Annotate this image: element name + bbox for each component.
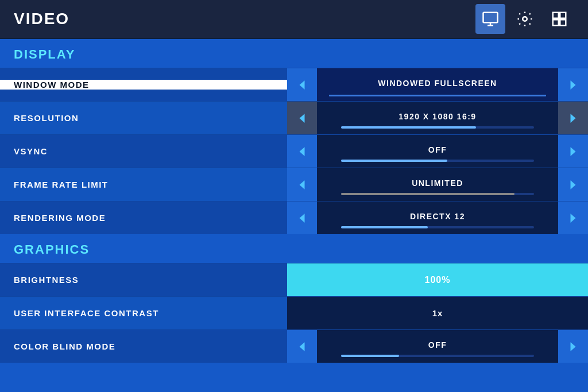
svg-marker-18 <box>300 342 305 351</box>
window-mode-value-text: WINDOWED FULLSCREEN <box>378 79 497 88</box>
color-blind-mode-row: COLOR BLIND MODE OFF <box>0 329 588 363</box>
left-arrow-icon <box>297 80 307 90</box>
ui-contrast-control: 1x <box>287 297 588 329</box>
rendering-mode-bar <box>341 226 534 228</box>
resolution-prev[interactable] <box>287 102 317 134</box>
vsync-bar-fill <box>341 160 447 162</box>
vsync-label: VSYNC <box>0 146 287 156</box>
vsync-value-display: OFF <box>317 135 558 168</box>
frame-rate-prev[interactable] <box>287 168 317 201</box>
svg-rect-5 <box>560 13 566 18</box>
rendering-mode-selector: DIRECTX 12 <box>287 201 588 234</box>
vsync-control: OFF <box>287 135 588 168</box>
frame-rate-bar-fill <box>341 193 514 195</box>
right-arrow-icon <box>568 113 578 123</box>
window-mode-label: WINDOW MODE <box>0 80 287 90</box>
vsync-bar <box>341 160 534 162</box>
frame-rate-bar <box>341 193 534 195</box>
color-blind-mode-next[interactable] <box>558 330 588 363</box>
color-blind-bar-fill <box>341 355 399 357</box>
rendering-mode-prev[interactable] <box>287 201 317 234</box>
frame-rate-next[interactable] <box>558 168 588 201</box>
monitor-tab[interactable] <box>475 4 505 34</box>
graphics-section-header: GRAPHICS <box>0 234 588 263</box>
rendering-mode-bar-fill <box>341 226 428 228</box>
window-mode-row: WINDOW MODE WINDOWED FULLSCREEN <box>0 68 588 101</box>
resolution-selector: 1920 X 1080 16:9 <box>287 102 588 134</box>
rendering-mode-value-text: DIRECTX 12 <box>410 212 465 221</box>
ui-contrast-value-display: 1x <box>287 297 588 329</box>
window-mode-prev[interactable] <box>287 68 317 101</box>
left-arrow-icon <box>297 180 307 190</box>
brightness-control[interactable]: 100% <box>287 263 588 296</box>
left-arrow-icon <box>297 341 307 352</box>
frame-rate-limit-label: FRAME RATE LIMIT <box>0 180 287 189</box>
left-arrow-icon <box>297 113 307 123</box>
vsync-prev[interactable] <box>287 135 317 168</box>
rendering-mode-row: RENDERING MODE DIRECTX 12 <box>0 201 588 234</box>
header: VIDEO <box>0 0 588 39</box>
header-icons <box>475 4 574 34</box>
brightness-label: BRIGHTNESS <box>0 275 287 285</box>
svg-rect-6 <box>553 20 559 25</box>
svg-marker-12 <box>300 147 305 156</box>
monitor-icon <box>482 10 499 28</box>
color-blind-mode-prev[interactable] <box>287 330 317 363</box>
window-mode-control: WINDOWED FULLSCREEN <box>287 68 588 101</box>
svg-rect-4 <box>553 13 559 18</box>
resolution-label: RESOLUTION <box>0 113 287 123</box>
frame-rate-value-display: UNLIMITED <box>317 168 558 201</box>
ui-contrast-label: USER INTERFACE CONTRAST <box>0 308 287 318</box>
frame-rate-limit-row: FRAME RATE LIMIT UNLIMITED <box>0 168 588 201</box>
rendering-mode-next[interactable] <box>558 201 588 234</box>
color-blind-mode-value-text: OFF <box>428 340 447 350</box>
left-arrow-icon <box>297 213 307 223</box>
ui-contrast-row: USER INTERFACE CONTRAST 1x <box>0 296 588 329</box>
color-blind-mode-control: OFF <box>287 330 588 363</box>
svg-point-3 <box>523 17 527 21</box>
brightness-value-text: 100% <box>425 275 451 285</box>
svg-marker-19 <box>571 342 576 351</box>
left-arrow-icon <box>297 146 307 157</box>
resolution-bar-fill <box>341 126 476 129</box>
main-content: DISPLAY WINDOW MODE WINDOWED FULLSCREEN <box>0 39 588 392</box>
rendering-mode-label: RENDERING MODE <box>0 213 287 223</box>
page-title: VIDEO <box>14 10 475 28</box>
right-arrow-icon <box>568 80 578 90</box>
window-mode-value-display: WINDOWED FULLSCREEN <box>317 68 558 101</box>
vsync-next[interactable] <box>558 135 588 168</box>
frame-rate-limit-control: UNLIMITED <box>287 168 588 201</box>
color-blind-bar <box>341 355 534 357</box>
ui-contrast-value-text: 1x <box>432 308 443 318</box>
layout-tab[interactable] <box>544 4 574 34</box>
brightness-slider[interactable]: 100% <box>287 263 588 296</box>
color-blind-mode-value-display: OFF <box>317 330 558 363</box>
svg-marker-14 <box>300 180 305 189</box>
resolution-control: 1920 X 1080 16:9 <box>287 102 588 134</box>
window-mode-next[interactable] <box>558 68 588 101</box>
resolution-value-display: 1920 X 1080 16:9 <box>317 102 558 134</box>
resolution-row: RESOLUTION 1920 X 1080 16:9 <box>0 101 588 134</box>
svg-rect-7 <box>560 20 566 25</box>
rendering-mode-value-display: DIRECTX 12 <box>317 201 558 234</box>
resolution-next[interactable] <box>558 102 588 134</box>
svg-rect-0 <box>483 13 498 23</box>
color-blind-mode-selector: OFF <box>287 330 588 363</box>
svg-marker-13 <box>571 147 576 156</box>
layout-icon <box>551 10 568 28</box>
frame-rate-value-text: UNLIMITED <box>412 178 463 188</box>
right-arrow-icon <box>568 146 578 157</box>
brightness-row: BRIGHTNESS 100% <box>0 263 588 296</box>
svg-marker-15 <box>571 180 576 189</box>
color-blind-mode-label: COLOR BLIND MODE <box>0 341 287 351</box>
vsync-selector: OFF <box>287 135 588 168</box>
brightness-track: 100% <box>287 263 588 296</box>
gear-icon <box>516 10 533 28</box>
settings-tab[interactable] <box>510 4 540 34</box>
display-section-header: DISPLAY <box>0 39 588 68</box>
window-mode-bar <box>329 95 546 96</box>
right-arrow-icon <box>568 180 578 190</box>
frame-rate-limit-selector: UNLIMITED <box>287 168 588 201</box>
svg-marker-11 <box>571 114 576 123</box>
vsync-value-text: OFF <box>428 145 447 154</box>
